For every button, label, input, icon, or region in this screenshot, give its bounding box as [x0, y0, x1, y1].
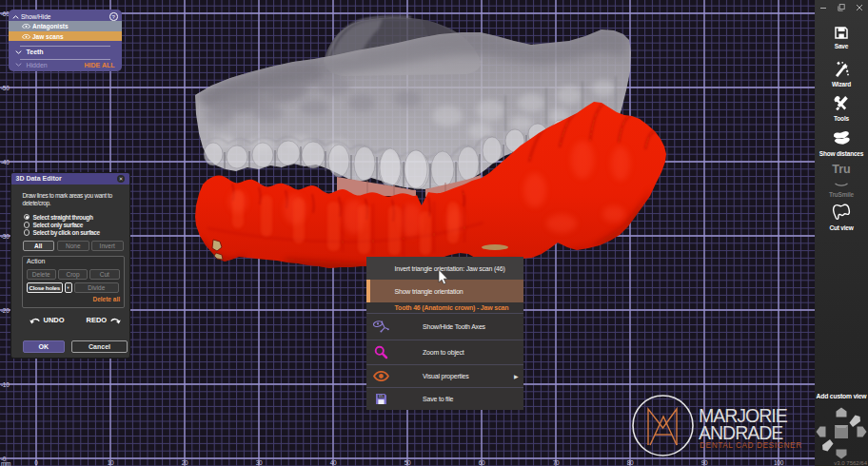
svg-text:20: 20 — [182, 459, 188, 466]
svg-text:70: 70 — [553, 459, 560, 466]
svg-text:STL: STL — [378, 395, 383, 398]
svg-text:mm: mm — [1, 460, 10, 466]
svg-text:100: 100 — [774, 459, 784, 466]
svg-text:80: 80 — [627, 459, 634, 466]
svg-text:10: 10 — [108, 459, 114, 466]
svg-text:30: 30 — [256, 459, 263, 466]
svg-text:40: 40 — [330, 459, 337, 466]
svg-text:-10: -10 — [1, 381, 10, 388]
svg-text:-50: -50 — [1, 85, 10, 91]
svg-text:-40: -40 — [1, 159, 10, 165]
svg-text:60: 60 — [479, 459, 485, 466]
svg-text:50: 50 — [404, 459, 411, 466]
svg-text:-20: -20 — [1, 307, 10, 314]
svg-text:DENTAL CAD DESIGNER: DENTAL CAD DESIGNER — [700, 440, 802, 450]
svg-text:-30: -30 — [1, 233, 10, 240]
svg-text:90: 90 — [701, 459, 708, 466]
